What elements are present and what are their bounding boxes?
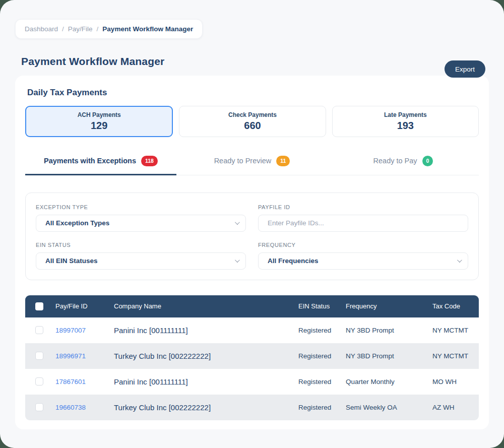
tab-count-badge: 118 xyxy=(141,156,158,166)
export-button[interactable]: Export xyxy=(445,60,485,78)
app-frame: Dashboard/Pay/File/Payment Workflow Mana… xyxy=(0,0,504,448)
filter-selected-value: All Exception Types xyxy=(45,219,109,227)
tab-label: Ready to Pay xyxy=(373,157,417,165)
breadcrumb-link-pay-file[interactable]: Pay/File xyxy=(68,25,93,33)
tab-label: Payments with Exceptions xyxy=(44,157,136,165)
ein-status-cell: Registered xyxy=(298,378,346,386)
tab-ready-to-preview[interactable]: Ready to Preview 11 xyxy=(176,149,328,175)
filter-field-ein-status: EIN Status All EIN Statuses xyxy=(36,242,246,270)
filter-field-exception-type: Exception Type All Exception Types xyxy=(36,204,246,232)
stat-card-value: 660 xyxy=(244,120,261,132)
company-name-cell: Turkey Club Inc [002222222] xyxy=(114,403,298,412)
company-name-cell: Panini Inc [001111111] xyxy=(114,326,298,335)
breadcrumb: Dashboard/Pay/File/Payment Workflow Mana… xyxy=(15,19,203,39)
filter-select-exception-type[interactable]: All Exception Types xyxy=(36,215,246,232)
ein-status-cell: Registered xyxy=(298,352,346,360)
table-header-row: Pay/File ID Company Name EIN Status Freq… xyxy=(25,295,479,317)
table-row[interactable]: 17867601 Panini Inc [001111111] Register… xyxy=(25,369,479,395)
filter-label: Exception Type xyxy=(36,204,246,210)
tab-count-badge: 11 xyxy=(276,156,290,166)
filter-selected-value: All Frequencies xyxy=(268,257,319,265)
column-header-company-name: Company Name xyxy=(114,302,298,310)
payfile-id-link[interactable]: 18996971 xyxy=(55,352,114,360)
row-checkbox[interactable] xyxy=(35,352,43,360)
filter-selected-value: All EIN Statuses xyxy=(45,257,98,265)
filter-label: Payfile ID xyxy=(258,204,468,210)
filter-label: EIN Status xyxy=(36,242,246,248)
frequency-cell: NY 3BD Prompt xyxy=(346,352,432,360)
chevron-down-icon xyxy=(457,258,462,263)
ein-status-cell: Registered xyxy=(298,404,346,411)
column-header-payfile-id: Pay/File ID xyxy=(55,302,114,310)
tab-ready-to-pay[interactable]: Ready to Pay 0 xyxy=(328,149,479,175)
stat-card-label: Check Payments xyxy=(228,111,277,118)
breadcrumb-link-dashboard[interactable]: Dashboard xyxy=(25,25,58,33)
column-header-tax-code: Tax Code xyxy=(432,302,473,310)
row-checkbox[interactable] xyxy=(35,403,43,411)
tab-count-badge: 0 xyxy=(422,156,433,166)
row-checkbox[interactable] xyxy=(35,326,43,334)
stat-card-value: 193 xyxy=(397,120,414,132)
tab-label: Ready to Preview xyxy=(214,157,272,165)
tax-code-cell: MO WH xyxy=(432,378,473,386)
breadcrumb-current: Payment Workflow Manager xyxy=(102,25,193,33)
company-name-cell: Panini Inc [001111111] xyxy=(114,377,298,386)
stat-card-label: Late Payments xyxy=(384,111,427,118)
frequency-cell: Quarter Monthly xyxy=(346,378,432,386)
filter-field-frequency: Frequency All Frequencies xyxy=(258,242,468,270)
payfile-id-link[interactable]: 18997007 xyxy=(55,327,114,334)
breadcrumb-separator: / xyxy=(62,25,64,33)
ein-status-cell: Registered xyxy=(298,327,346,334)
tax-code-cell: NY MCTMT xyxy=(432,352,473,360)
payfile-id-link[interactable]: 17867601 xyxy=(55,378,114,386)
payfile-id-link[interactable]: 19660738 xyxy=(55,404,114,411)
chevron-down-icon xyxy=(235,258,240,263)
filter-select-ein-status[interactable]: All EIN Statuses xyxy=(36,252,246,270)
payments-table: Pay/File ID Company Name EIN Status Freq… xyxy=(25,295,479,420)
filter-field-payfile-id: Payfile ID xyxy=(258,204,468,232)
frequency-cell: Semi Weekly OA xyxy=(346,404,432,411)
row-checkbox[interactable] xyxy=(35,377,43,386)
table-row[interactable]: 18997007 Panini Inc [001111111] Register… xyxy=(25,317,479,343)
page-header: Export Payment Workflow Manager xyxy=(0,55,504,68)
stat-card-ach-payments[interactable]: ACH Payments 129 xyxy=(25,106,173,137)
daily-tax-payments-panel: Daily Tax Payments ACH Payments 129 Chec… xyxy=(15,76,489,429)
column-header-ein-status: EIN Status xyxy=(298,302,346,310)
table-row[interactable]: 19660738 Turkey Club Inc [002222222] Reg… xyxy=(25,395,479,420)
company-name-cell: Turkey Club Inc [002222222] xyxy=(114,352,298,360)
frequency-cell: NY 3BD Prompt xyxy=(346,327,432,334)
tab-bar: Payments with Exceptions 118 Ready to Pr… xyxy=(25,149,479,175)
filters-container: Exception Type All Exception Types Payfi… xyxy=(25,193,479,280)
tax-code-cell: NY MCTMT xyxy=(432,327,473,334)
select-all-checkbox[interactable] xyxy=(35,302,43,310)
breadcrumb-separator: / xyxy=(97,25,99,33)
stat-card-late-payments[interactable]: Late Payments 193 xyxy=(332,106,479,137)
tab-payments-with-exceptions[interactable]: Payments with Exceptions 118 xyxy=(25,149,176,175)
tax-code-cell: AZ WH xyxy=(432,404,473,411)
stat-card-row: ACH Payments 129 Check Payments 660 Late… xyxy=(25,106,479,137)
column-header-frequency: Frequency xyxy=(346,302,432,310)
panel-heading: Daily Tax Payments xyxy=(25,88,479,98)
filter-label: Frequency xyxy=(258,242,468,248)
table-body: 18997007 Panini Inc [001111111] Register… xyxy=(25,317,479,420)
page-title: Payment Workflow Manager xyxy=(21,55,489,68)
stat-card-label: ACH Payments xyxy=(78,111,121,118)
stat-card-value: 129 xyxy=(91,120,107,132)
payfile-id-input[interactable] xyxy=(258,215,468,232)
chevron-down-icon xyxy=(235,220,240,225)
table-row[interactable]: 18996971 Turkey Club Inc [002222222] Reg… xyxy=(25,343,479,369)
filter-select-frequency[interactable]: All Frequencies xyxy=(258,252,468,270)
stat-card-check-payments[interactable]: Check Payments 660 xyxy=(179,106,326,137)
